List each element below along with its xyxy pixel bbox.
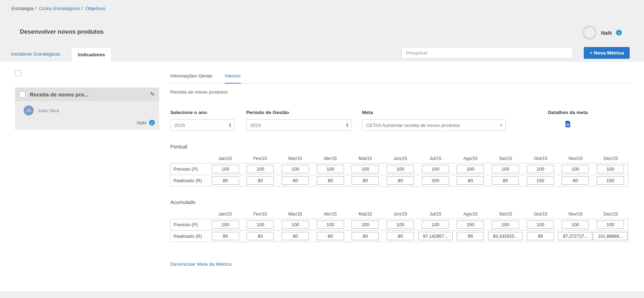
value-input[interactable] xyxy=(212,232,239,240)
value-input[interactable] xyxy=(387,165,414,173)
form-row: Selecione o ano 2015 ▲▼ Período de Gestã… xyxy=(170,110,633,131)
value-input[interactable] xyxy=(317,165,344,173)
value-input[interactable] xyxy=(562,165,589,173)
value-input[interactable] xyxy=(317,221,344,229)
tab-iniciativas-estrategicas[interactable]: Iniciativas Estratégicas xyxy=(11,47,60,62)
breadcrumb-root: Estratégia xyxy=(11,6,33,11)
month-header: Jul/15 xyxy=(418,212,453,217)
value-input[interactable] xyxy=(562,176,589,185)
pencil-icon: ✎ xyxy=(150,91,155,97)
value-cell xyxy=(593,165,628,173)
value-input[interactable] xyxy=(597,221,624,229)
value-input[interactable] xyxy=(282,221,309,229)
unlink-goal-link[interactable]: Desvincular Meta da Métrica xyxy=(170,261,232,267)
value-input[interactable] xyxy=(282,165,309,173)
breadcrumb-link-cycles[interactable]: Ciclos Estratégicos xyxy=(39,6,80,11)
value-input[interactable] xyxy=(527,176,554,185)
value-input[interactable] xyxy=(247,221,274,229)
metric-checkbox[interactable] xyxy=(19,91,25,98)
value-input[interactable] xyxy=(317,176,344,185)
value-input[interactable] xyxy=(418,232,453,240)
pontual-table: Jan/15Fev/15Mar/15Abr/15Mai/15Jun/15Jul/… xyxy=(170,154,628,186)
info-icon[interactable]: i xyxy=(149,120,155,126)
value-cell xyxy=(418,176,453,185)
value-input[interactable] xyxy=(422,176,449,185)
pontual-rows: Previsto (P)Realizado (R) xyxy=(170,163,628,186)
tab-indicadores[interactable]: Indicadores xyxy=(71,47,112,62)
value-input[interactable] xyxy=(352,232,379,240)
value-input[interactable] xyxy=(488,232,523,240)
value-input[interactable] xyxy=(597,165,624,173)
value-input[interactable] xyxy=(387,221,414,229)
value-input[interactable] xyxy=(593,232,628,240)
value-input[interactable] xyxy=(352,176,379,185)
value-input[interactable] xyxy=(597,176,624,185)
value-input[interactable] xyxy=(492,165,519,173)
value-cell xyxy=(243,176,278,185)
new-metric-button[interactable]: + Nova Métrica xyxy=(584,47,630,59)
metric-card[interactable]: Receita de novos pro... ✎ JS João Silva … xyxy=(15,87,159,130)
value-input[interactable] xyxy=(212,165,239,173)
value-input[interactable] xyxy=(247,165,274,173)
value-cell xyxy=(488,176,523,185)
value-cell xyxy=(523,221,558,229)
value-input[interactable] xyxy=(212,221,239,229)
value-input[interactable] xyxy=(527,165,554,173)
value-input[interactable] xyxy=(247,232,274,240)
value-input[interactable] xyxy=(352,221,379,229)
avatar: JS xyxy=(24,105,34,115)
detail-tabs: Informações Gerais Valores xyxy=(170,70,633,84)
month-header: Mai/15 xyxy=(348,156,383,161)
value-input[interactable] xyxy=(457,176,484,185)
tab-informacoes-gerais[interactable]: Informações Gerais xyxy=(170,70,213,83)
value-input[interactable] xyxy=(558,232,592,240)
value-input[interactable] xyxy=(457,221,484,229)
value-input[interactable] xyxy=(562,221,589,229)
tab-valores[interactable]: Valores xyxy=(225,70,241,84)
goal-select[interactable]: CET03 Aumentar receita de novos produtos xyxy=(362,119,506,131)
value-input[interactable] xyxy=(457,232,484,240)
month-header: Jan/15 xyxy=(207,212,243,217)
edit-button[interactable]: ✎ xyxy=(150,91,155,97)
row-label: Realizado (R) xyxy=(171,178,208,183)
value-input[interactable] xyxy=(422,221,449,229)
value-cell xyxy=(593,232,628,240)
value-input[interactable] xyxy=(457,165,484,173)
value-cell xyxy=(348,232,383,240)
value-cell xyxy=(383,176,418,185)
month-header: Abr/15 xyxy=(313,156,348,161)
value-input[interactable] xyxy=(317,232,344,240)
metric-value: NaN xyxy=(137,120,146,126)
document-icon xyxy=(565,121,571,127)
value-cell xyxy=(208,165,243,173)
metric-name: Receita de novos produtos xyxy=(170,89,633,95)
search-input[interactable] xyxy=(401,47,573,59)
value-input[interactable] xyxy=(282,232,309,240)
year-select[interactable]: 2015 xyxy=(170,119,235,131)
month-header-row: Jan/15Fev/15Mar/15Abr/15Mai/15Jun/15Jul/… xyxy=(170,154,628,163)
value-input[interactable] xyxy=(492,221,519,229)
month-header: Nov/15 xyxy=(558,156,593,161)
value-input[interactable] xyxy=(212,176,239,185)
value-cell xyxy=(278,232,313,240)
value-input[interactable] xyxy=(387,176,414,185)
value-input[interactable] xyxy=(527,232,554,240)
value-input[interactable] xyxy=(247,176,274,185)
select-all-checkbox[interactable] xyxy=(15,70,21,76)
info-icon[interactable]: i xyxy=(616,30,622,36)
goal-details-button[interactable] xyxy=(548,119,588,127)
value-input[interactable] xyxy=(527,221,554,229)
month-header: Ago/15 xyxy=(453,212,488,217)
value-input[interactable] xyxy=(492,176,519,185)
period-label: Período de Gestão xyxy=(246,110,352,115)
acumulado-rows: Previsto (P)Realizado (R) xyxy=(170,219,628,242)
value-input[interactable] xyxy=(387,232,414,240)
breadcrumb-link-objectives[interactable]: Objetivos xyxy=(85,6,105,11)
value-input[interactable] xyxy=(422,165,449,173)
value-cell xyxy=(383,165,418,173)
value-input[interactable] xyxy=(282,176,309,185)
period-select[interactable]: 2015 xyxy=(246,119,352,131)
value-cell xyxy=(453,176,488,185)
value-cell xyxy=(488,165,523,173)
value-input[interactable] xyxy=(352,165,379,173)
